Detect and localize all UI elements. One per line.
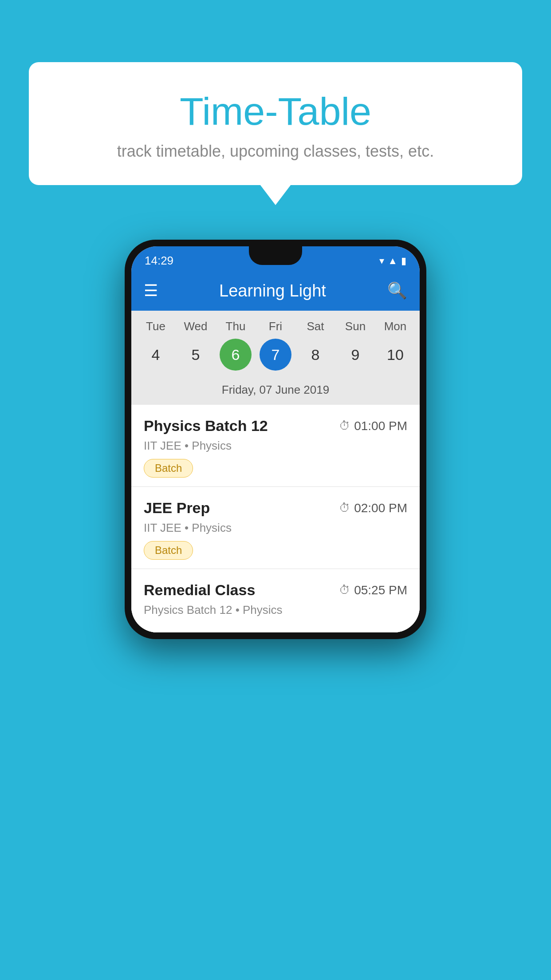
menu-icon[interactable]: ☰	[144, 281, 158, 300]
day-headers: TueWedThuFriSatSunMon	[131, 320, 420, 339]
class-list: Physics Batch 12 ⏱ 01:00 PM IIT JEE • Ph…	[131, 405, 420, 632]
class-subject: Physics Batch 12 • Physics	[144, 603, 407, 617]
day-num-10[interactable]: 10	[379, 339, 411, 371]
signal-icon: ▲	[388, 255, 398, 267]
day-header-tue: Tue	[138, 320, 173, 333]
app-bar: ☰ Learning Light 🔍	[131, 271, 420, 311]
phone-mockup: 14:29 ▾ ▲ ▮ ☰ Learning Light 🔍 TueWedThu…	[125, 240, 426, 639]
class-name: Physics Batch 12	[144, 417, 268, 435]
batch-tag: Batch	[144, 541, 193, 560]
class-item-1[interactable]: JEE Prep ⏱ 02:00 PM IIT JEE • Physics Ba…	[131, 487, 420, 569]
day-num-8[interactable]: 8	[299, 339, 331, 371]
selected-date-label: Friday, 07 June 2019	[131, 379, 420, 405]
speech-bubble-container: Time-Table track timetable, upcoming cla…	[29, 62, 522, 185]
class-time: ⏱ 02:00 PM	[339, 501, 407, 515]
status-bar: 14:29 ▾ ▲ ▮	[131, 246, 420, 271]
day-num-7[interactable]: 7	[260, 339, 291, 371]
class-name: Remedial Class	[144, 581, 255, 599]
app-subtitle: track timetable, upcoming classes, tests…	[47, 142, 504, 161]
calendar-strip: TueWedThuFriSatSunMon 45678910 Friday, 0…	[131, 311, 420, 405]
app-title: Time-Table	[47, 89, 504, 134]
clock-icon: ⏱	[339, 501, 350, 515]
class-time: ⏱ 05:25 PM	[339, 583, 407, 597]
clock-icon: ⏱	[339, 419, 350, 433]
day-num-9[interactable]: 9	[339, 339, 371, 371]
class-item-header: JEE Prep ⏱ 02:00 PM	[144, 499, 407, 517]
class-name: JEE Prep	[144, 499, 210, 517]
battery-icon: ▮	[401, 255, 406, 267]
phone-body: 14:29 ▾ ▲ ▮ ☰ Learning Light 🔍 TueWedThu…	[125, 240, 426, 639]
class-time: ⏱ 01:00 PM	[339, 419, 407, 433]
day-numbers: 45678910	[131, 339, 420, 379]
day-header-fri: Fri	[258, 320, 293, 333]
class-subject: IIT JEE • Physics	[144, 439, 407, 453]
phone-screen: 14:29 ▾ ▲ ▮ ☰ Learning Light 🔍 TueWedThu…	[131, 246, 420, 632]
day-num-5[interactable]: 5	[180, 339, 212, 371]
day-header-mon: Mon	[378, 320, 413, 333]
app-bar-title: Learning Light	[219, 281, 326, 300]
day-header-wed: Wed	[178, 320, 213, 333]
day-num-4[interactable]: 4	[140, 339, 172, 371]
day-header-sun: Sun	[338, 320, 373, 333]
class-item-2[interactable]: Remedial Class ⏱ 05:25 PM Physics Batch …	[131, 569, 420, 632]
day-header-sat: Sat	[298, 320, 333, 333]
class-item-0[interactable]: Physics Batch 12 ⏱ 01:00 PM IIT JEE • Ph…	[131, 405, 420, 487]
day-header-thu: Thu	[218, 320, 253, 333]
class-item-header: Remedial Class ⏱ 05:25 PM	[144, 581, 407, 599]
batch-tag: Batch	[144, 459, 193, 478]
class-subject: IIT JEE • Physics	[144, 521, 407, 535]
status-time: 14:29	[145, 254, 173, 268]
wifi-icon: ▾	[379, 255, 384, 267]
speech-bubble: Time-Table track timetable, upcoming cla…	[29, 62, 522, 185]
class-item-header: Physics Batch 12 ⏱ 01:00 PM	[144, 417, 407, 435]
search-icon[interactable]: 🔍	[387, 281, 407, 300]
status-icons: ▾ ▲ ▮	[379, 255, 406, 267]
clock-icon: ⏱	[339, 583, 350, 597]
day-num-6[interactable]: 6	[220, 339, 252, 371]
